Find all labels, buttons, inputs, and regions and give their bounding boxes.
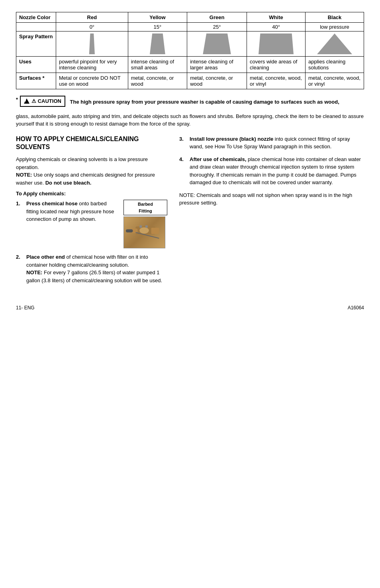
surfaces-red: Metal or concrete DO NOT use on wood [56, 73, 128, 89]
footer-left: 11- ENG [16, 305, 35, 311]
barbed-fitting-image [123, 216, 165, 248]
col-header-nozzle: Nozzle Color [16, 12, 56, 23]
uses-label: Uses [16, 57, 56, 73]
barbed-fitting-svg [124, 216, 165, 248]
degree-white: 40° [247, 23, 306, 31]
caution-triangle-icon: ! [24, 98, 29, 104]
section-title: HOW TO APPLY CHEMICALS/CLEANING SOLVENTS [16, 135, 167, 152]
step-2-num: 2. [16, 253, 23, 284]
surfaces-label: Surfaces * [16, 73, 56, 89]
uses-green: intense cleaning of larger areas [187, 57, 247, 73]
pattern-yellow [128, 31, 187, 57]
col-header-yellow: Yellow [128, 12, 187, 23]
step-2-bold: Place other end [26, 254, 65, 260]
surfaces-white: metal, concrete, wood, or vinyl [247, 73, 306, 89]
caution-badge: ! ⚠ CAUTION [20, 96, 65, 107]
caution-text-bold: The high pressure spray from your pressu… [70, 99, 339, 105]
svg-point-3 [139, 227, 149, 234]
col-header-black: Black [306, 12, 364, 23]
step-3: 3. Install low pressure (black) nozzle i… [179, 135, 364, 151]
degree-label-empty [16, 23, 56, 31]
degree-yellow: 15° [128, 23, 187, 31]
step-1: 1. Press chemical hose onto barbed fitti… [16, 200, 167, 248]
degree-black: low pressure [306, 23, 364, 31]
step-4: 4. After use of chemicals, place chemica… [179, 155, 364, 187]
surfaces-black: metal, concrete, wood, or vinyl [306, 73, 364, 89]
step-3-content: Install low pressure (black) nozzle into… [190, 135, 364, 151]
note1-label: NOTE: [16, 172, 32, 178]
step-4-bold: After use of chemicals, [190, 156, 246, 162]
step-1-bold: Press chemical hose [26, 201, 78, 206]
degree-green: 25° [187, 23, 247, 31]
svg-rect-2 [151, 228, 159, 234]
step-2-content: Place other end of chemical hose with fi… [26, 253, 167, 284]
uses-white: covers wide areas of cleaning [247, 57, 306, 73]
step-3-num: 3. [179, 135, 186, 151]
uses-black: applies cleaning solutions [306, 57, 364, 73]
degree-red: 0° [56, 23, 128, 31]
note2-block: NOTE: Chemicals and soaps will not sipho… [179, 191, 364, 207]
note2-label: NOTE: [179, 192, 195, 198]
step-1-num: 1. [16, 200, 23, 248]
col-header-white: White [247, 12, 306, 23]
pattern-white [247, 31, 306, 57]
right-column: 3. Install low pressure (black) nozzle i… [179, 135, 364, 289]
caution-block: ! ⚠ CAUTION The high pressure spray from… [20, 96, 339, 107]
step-3-bold: Install low pressure (black) nozzle [190, 136, 273, 142]
note1-bold: Do not use bleach. [45, 180, 92, 186]
col-header-green: Green [187, 12, 247, 23]
asterisk-symbol: * [16, 96, 18, 104]
caution-text-body: glass, automobile paint, auto striping a… [16, 112, 364, 128]
footer-right: A16064 [348, 305, 364, 311]
pattern-green [187, 31, 247, 57]
spray-pattern-label: Spray Pattern [16, 31, 56, 57]
svg-rect-6 [126, 229, 133, 232]
pattern-black [306, 31, 364, 57]
apply-subtitle: To Apply chemicals: [16, 191, 167, 197]
caution-label: ⚠ CAUTION [31, 97, 61, 105]
pattern-red [56, 31, 128, 57]
nozzle-table: Nozzle Color Red Yellow Green White Blac… [16, 12, 364, 89]
barbed-fitting-box: Barbed Fitting [123, 200, 167, 248]
step-4-content: After use of chemicals, place chemical h… [190, 155, 364, 187]
svg-rect-4 [139, 225, 142, 228]
step-1-text-area: Press chemical hose onto barbed fitting … [26, 200, 119, 223]
surfaces-green: metal, concrete, or wood [187, 73, 247, 89]
page-footer: 11- ENG A16064 [16, 305, 364, 311]
step-4-num: 4. [179, 155, 186, 187]
step-1-content: Press chemical hose onto barbed fitting … [26, 200, 167, 248]
svg-rect-5 [145, 225, 148, 228]
barbed-fitting-label: Barbed Fitting [123, 200, 167, 215]
two-col-layout: HOW TO APPLY CHEMICALS/CLEANING SOLVENTS… [16, 135, 364, 289]
step-2: 2. Place other end of chemical hose with… [16, 253, 167, 284]
surfaces-yellow: metal, concrete, or wood [128, 73, 187, 89]
col-header-red: Red [56, 12, 128, 23]
intro-text: Applying chemicals or cleaning solvents … [16, 156, 148, 170]
uses-yellow: intense cleaning of small areas [128, 57, 187, 73]
asterisk-section: * ! ⚠ CAUTION The high pressure spray fr… [16, 96, 364, 107]
uses-red: powerful pinpoint for very intense clean… [56, 57, 128, 73]
left-column: HOW TO APPLY CHEMICALS/CLEANING SOLVENTS… [16, 135, 167, 289]
note2-text: Chemicals and soaps will not siphon when… [179, 192, 352, 206]
section-intro: Applying chemicals or cleaning solvents … [16, 155, 167, 187]
